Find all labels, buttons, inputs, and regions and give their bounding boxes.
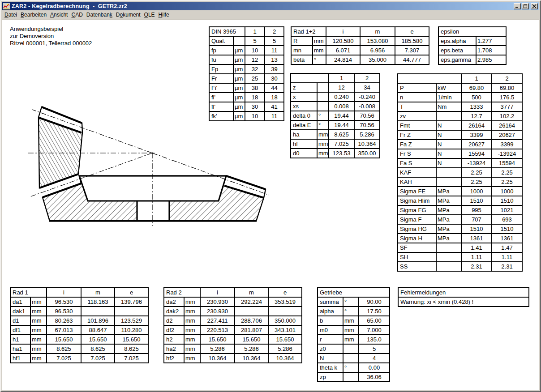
menu-datenbank[interactable]: Datenbank bbox=[85, 11, 114, 19]
menu-bearbeiten[interactable]: Bearbeiten bbox=[19, 11, 48, 19]
cell: 101.896 bbox=[81, 316, 115, 325]
cell: 2.985 bbox=[476, 55, 506, 64]
cell: 153.080 bbox=[360, 36, 395, 46]
cell: 6.956 bbox=[360, 46, 395, 55]
cell: alpha bbox=[318, 307, 343, 316]
table-row: delta 0°19.4470.56 bbox=[291, 111, 380, 120]
cell: m0 bbox=[318, 325, 343, 335]
cell: 18 bbox=[265, 93, 284, 102]
cell: ha2 bbox=[164, 344, 184, 354]
cell: mm bbox=[30, 316, 47, 325]
cell: mm bbox=[184, 325, 200, 335]
cell: 1.11 bbox=[461, 252, 492, 262]
cell: xs bbox=[291, 102, 317, 111]
table-epsilon: epsiloneps.alpha1.277eps.beta1.708eps.ga… bbox=[438, 26, 507, 65]
cell: MPa bbox=[436, 215, 461, 224]
menu-datei[interactable]: Datei bbox=[3, 11, 19, 19]
cell: mm bbox=[184, 307, 200, 316]
cell: 500 bbox=[461, 93, 492, 102]
table-row: d0mm123.53350.00 bbox=[291, 149, 380, 158]
cell bbox=[115, 307, 148, 316]
cell: mm bbox=[343, 316, 359, 325]
cell: 350.00 bbox=[354, 149, 380, 158]
cell: hf2 bbox=[164, 354, 184, 363]
maximize-button[interactable] bbox=[522, 3, 529, 9]
menu-dokument[interactable]: Dokument bbox=[114, 11, 142, 19]
table-row: alpha°17.50 bbox=[318, 307, 390, 316]
cell: theta k bbox=[318, 363, 343, 372]
table-row: n1/min500176.5 bbox=[398, 93, 522, 102]
table-row: Fa SN-1392415594 bbox=[398, 158, 522, 168]
cell: N bbox=[436, 158, 461, 168]
table-row: Fr ZN339920627 bbox=[398, 130, 522, 140]
menu-cad[interactable]: CAD bbox=[69, 11, 84, 19]
minimize-icon bbox=[515, 7, 518, 8]
cell: fi' bbox=[209, 93, 233, 102]
cell: 123.53 bbox=[329, 149, 354, 158]
cell: 2.25 bbox=[461, 177, 492, 187]
cell: 69.80 bbox=[492, 83, 522, 93]
cell: 3399 bbox=[492, 140, 522, 149]
cell: µm bbox=[233, 55, 245, 64]
cell: 1510 bbox=[492, 196, 522, 205]
cell: 5.286 bbox=[235, 344, 268, 354]
cell: MPa bbox=[436, 224, 461, 234]
titlebar: ZAR2 - Kegelradberechnung - GETR2.zr2 bbox=[2, 2, 539, 10]
table-row: Fehlermeldungen bbox=[398, 288, 529, 297]
cell: 44.777 bbox=[395, 55, 429, 64]
menu-ole[interactable]: OLE bbox=[142, 11, 157, 19]
note-line-3: Ritzel 000001, Tellerrad 000002 bbox=[10, 40, 92, 47]
cell: 24.814 bbox=[326, 55, 360, 64]
cell: 3399 bbox=[461, 130, 492, 140]
table-fehlermeldungen: FehlermeldungenWarnung: xi < xmin (0.428… bbox=[398, 287, 529, 307]
cell: ° bbox=[343, 363, 359, 372]
table-row: SS2.312.31 bbox=[398, 262, 522, 271]
cell: Fp bbox=[209, 64, 233, 74]
cell: 139.796 bbox=[115, 297, 148, 307]
cell: 1 bbox=[329, 73, 354, 83]
cell: 350.000 bbox=[268, 316, 302, 325]
table-row: bmm65.00 bbox=[318, 316, 390, 325]
table-rad2: Rad 2imeda2mm230.930292.224353.519dak2mm… bbox=[163, 287, 302, 363]
cell bbox=[436, 243, 461, 252]
cell: Fi' bbox=[209, 83, 233, 93]
cell: 70.56 bbox=[354, 111, 380, 120]
cell: 17.50 bbox=[359, 307, 390, 316]
cell: 2 bbox=[354, 73, 380, 83]
cell: d2 bbox=[164, 316, 184, 325]
cell: 2.31 bbox=[492, 262, 522, 271]
cell: -13924 bbox=[461, 158, 492, 168]
cell: 4 bbox=[359, 354, 390, 363]
menu-hilfe[interactable]: Hilfe bbox=[157, 11, 171, 19]
minimize-button[interactable] bbox=[514, 3, 521, 9]
menubar: DateiBearbeitenAnsichtCADDatenbankDokume… bbox=[3, 11, 539, 19]
cell: mm bbox=[317, 130, 329, 139]
table-row: rmm135.0 bbox=[318, 335, 390, 344]
cell: 1510 bbox=[461, 224, 492, 234]
cell: mm bbox=[184, 344, 200, 354]
cell: Fr S bbox=[398, 149, 436, 158]
cell: hf bbox=[291, 139, 317, 149]
cell: DIN 3965 bbox=[209, 27, 245, 36]
table-row: df1mm67.01388.647110.280 bbox=[10, 325, 148, 335]
cell: 102.2 bbox=[492, 111, 522, 121]
table-row: ha2mm5.2865.2865.286 bbox=[164, 344, 302, 354]
cell: e bbox=[395, 27, 429, 36]
cell: µm bbox=[233, 64, 245, 74]
table-getriebe: Getriebesumma°90.00alpha°17.50bmm65.00m0… bbox=[317, 287, 390, 382]
cell: mm bbox=[184, 316, 200, 325]
cell: 15594 bbox=[492, 158, 522, 168]
cell: 2.25 bbox=[492, 168, 522, 177]
table-row: summa°90.00 bbox=[318, 297, 390, 307]
cell: Fehlermeldungen bbox=[398, 288, 529, 297]
cell: 11 bbox=[265, 111, 284, 121]
cell bbox=[235, 307, 268, 316]
close-button[interactable] bbox=[531, 3, 538, 9]
menu-ansicht[interactable]: Ansicht bbox=[48, 11, 69, 19]
cell: ° bbox=[313, 55, 326, 64]
cell: 25 bbox=[245, 74, 265, 83]
cell: ha bbox=[291, 130, 317, 139]
cell: 3777 bbox=[492, 102, 522, 111]
cell: epsilon bbox=[438, 27, 506, 36]
cell: Qual. bbox=[209, 36, 233, 46]
